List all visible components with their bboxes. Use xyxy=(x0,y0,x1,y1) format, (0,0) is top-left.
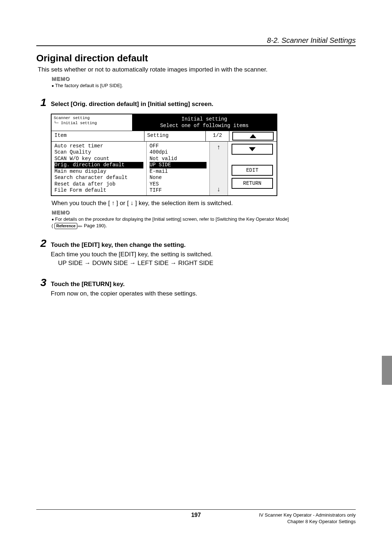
list-item[interactable]: SCAN W/O key count xyxy=(54,156,143,162)
setting-value: OFF xyxy=(150,143,207,150)
page-footer: 197 IV Scanner Key Operator - Administra… xyxy=(36,509,356,525)
list-item[interactable]: Reset data after job xyxy=(54,181,143,188)
page-up-button[interactable] xyxy=(232,132,274,140)
reference-arrow-icon xyxy=(77,223,82,228)
ui-screenshot: Scanner setting └─ Initial setting Initi… xyxy=(51,114,277,196)
step-3-line1: From now on, the copier operates with th… xyxy=(51,290,356,297)
memo-label: MEMO xyxy=(52,209,356,215)
scroll-down-icon[interactable]: ↓ xyxy=(217,186,221,193)
ui-title-bar: Initial setting Select one of following … xyxy=(132,114,277,130)
footer-line-2: Chapter 8 Key Operator Settings xyxy=(259,518,356,525)
ui-breadcrumb: Scanner setting └─ Initial setting xyxy=(52,114,132,130)
step-1-head: Select [Orig. direction default] in [Ini… xyxy=(51,101,356,108)
step-number-2: 2 xyxy=(36,238,46,249)
section-label: 8-2. Scanner Initial Settings xyxy=(267,36,356,44)
step-2-line2: UP SIDE → DOWN SIDE → LEFT SIDE → RIGHT … xyxy=(51,260,356,267)
setting-value: Not valid xyxy=(150,156,207,162)
setting-value: E-mail xyxy=(150,168,207,175)
list-item[interactable]: Auto reset timer xyxy=(54,143,143,150)
step-number-3: 3 xyxy=(36,277,46,288)
list-item[interactable]: Scan Quality xyxy=(54,149,143,156)
memo-text: For details on the procedure for display… xyxy=(52,216,356,229)
page-header: 8-2. Scanner Initial Settings xyxy=(36,36,356,46)
step-2-line1: Each time you touch the [EDIT] key, the … xyxy=(51,251,356,258)
list-item[interactable]: File Form default xyxy=(54,187,143,194)
step-2-head: Touch the [EDIT] key, then change the se… xyxy=(51,241,356,249)
footer-line-1: IV Scanner Key Operator - Administrators… xyxy=(259,512,356,518)
step-1-after: When you touch the [ ↑ ] or [ ↓ ] key, t… xyxy=(52,200,356,207)
memo-label: MEMO xyxy=(52,76,356,82)
svg-marker-0 xyxy=(250,134,256,138)
col-header-setting: Setting xyxy=(144,131,206,141)
memo-text: The factory default is [UP SIDE]. xyxy=(52,82,356,89)
setting-value-selected: UP SIDE xyxy=(150,162,207,168)
svg-marker-1 xyxy=(249,147,256,151)
memo-block-1: MEMO The factory default is [UP SIDE]. xyxy=(36,76,356,89)
page-number: 197 xyxy=(191,512,201,518)
side-tab xyxy=(382,356,392,385)
list-item[interactable]: Main menu display xyxy=(54,168,143,175)
reference-pill: Reference xyxy=(54,223,77,229)
col-header-item: Item xyxy=(52,131,144,141)
page-title: Original direction default xyxy=(36,53,356,64)
intro-text: This sets whether or not to automaticall… xyxy=(36,66,356,73)
page-down-button[interactable] xyxy=(232,144,273,155)
setting-value: None xyxy=(150,175,207,181)
list-item-selected[interactable]: Orig. direction default xyxy=(54,162,143,168)
step-number-1: 1 xyxy=(36,97,46,108)
setting-value: TIFF xyxy=(150,187,207,194)
setting-value: YES xyxy=(150,181,207,188)
step-3-head: Touch the [RETURN] key. xyxy=(51,281,356,288)
edit-button[interactable]: EDIT xyxy=(232,165,273,176)
return-button[interactable]: RETURN xyxy=(232,178,273,189)
list-item[interactable]: Search character default xyxy=(54,175,143,181)
scroll-up-icon[interactable]: ↑ xyxy=(217,144,221,151)
page-indicator: 1/2 xyxy=(206,131,229,141)
setting-value: 400dpi xyxy=(150,149,207,156)
